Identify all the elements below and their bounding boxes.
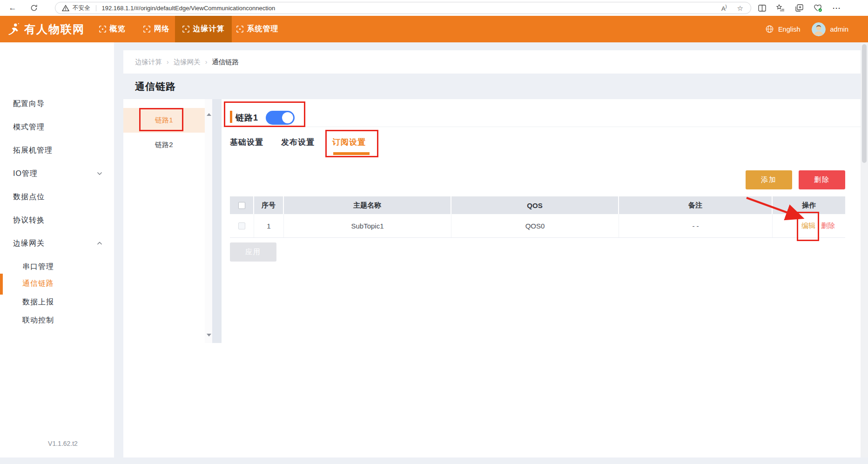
brand-logo[interactable]: 有人物联网: [7, 16, 85, 42]
table-row: 1 SubTopic1 QOS0 - - 编辑 删除: [230, 214, 845, 238]
header-topic-name: 主题名称: [284, 196, 451, 214]
sidebar-item-data-reporting[interactable]: 数据上报: [22, 297, 54, 307]
content-scrollbar[interactable]: [861, 42, 868, 457]
username-label[interactable]: admin: [830, 26, 849, 33]
sidebar-item-expander-management[interactable]: 拓展机管理: [13, 146, 53, 155]
globe-icon: [766, 25, 774, 33]
breadcrumb: 边缘计算 › 边缘网关 › 通信链路: [123, 50, 861, 74]
sidebar-item-edge-gateway[interactable]: 边缘网关: [13, 239, 45, 248]
header-qos: QOS: [451, 196, 619, 214]
url-text: 192.168.1.1/#/origin/defaultEdge/ViewCom…: [102, 5, 276, 12]
header-action: 操作: [773, 196, 845, 214]
scroll-up-icon[interactable]: [207, 113, 211, 116]
collections-icon[interactable]: [776, 3, 785, 13]
sidebar-item-config-wizard[interactable]: 配置向导: [13, 99, 45, 108]
link-enable-toggle[interactable]: [266, 111, 295, 125]
active-item-indicator: [0, 274, 3, 295]
link-list-item-1[interactable]: 链路1: [123, 108, 205, 133]
tab-subscribe-settings[interactable]: 订阅设置: [332, 137, 366, 148]
nav-item-edge-computing[interactable]: 边缘计算: [175, 16, 232, 42]
address-bar[interactable]: 不安全 192.168.1.1/#/origin/defaultEdge/Vie…: [55, 2, 751, 14]
list-scrollbar[interactable]: [205, 99, 212, 343]
row-remark: - -: [619, 214, 773, 237]
usr-person-icon: [7, 22, 20, 36]
delete-button[interactable]: 删除: [799, 170, 845, 189]
tab-basic-settings[interactable]: 基础设置: [230, 137, 263, 148]
add-button[interactable]: 添加: [746, 170, 792, 189]
sidebar-item-mode-management[interactable]: 模式管理: [13, 122, 45, 132]
header-divider: [222, 127, 861, 127]
favorite-star-icon[interactable]: ☆: [737, 4, 743, 13]
split-screen-icon[interactable]: [757, 3, 767, 13]
row-actions: 编辑 删除: [773, 214, 845, 237]
chevron-down-icon[interactable]: [97, 172, 102, 175]
header-remark: 备注: [619, 196, 773, 214]
browser-refresh-button[interactable]: [28, 2, 40, 14]
content-card: [123, 99, 861, 457]
new-tab-group-icon[interactable]: [794, 3, 804, 13]
read-aloud-icon[interactable]: A): [721, 5, 727, 12]
warning-icon: [62, 5, 69, 12]
refresh-icon: [30, 4, 38, 12]
user-avatar[interactable]: [812, 22, 826, 36]
nav-label-edge-computing: 边缘计算: [193, 24, 225, 34]
scan-dot-icon: [182, 26, 189, 33]
scan-dot-icon: [99, 26, 106, 33]
browser-menu-icon[interactable]: ···: [832, 3, 841, 13]
sidebar: 配置向导 模式管理 拓展机管理 IO管理 数据点位 协议转换 边缘网关 串口管理…: [0, 42, 114, 457]
brand-name: 有人物联网: [24, 22, 85, 37]
sidebar-item-serial-management[interactable]: 串口管理: [22, 262, 54, 271]
sidebar-item-linkage-control[interactable]: 联动控制: [22, 316, 54, 325]
nav-label-system: 系统管理: [247, 24, 279, 34]
page-title: 通信链路: [135, 80, 176, 93]
breadcrumb-current: 通信链路: [212, 58, 239, 67]
sidebar-item-protocol-conversion[interactable]: 协议转换: [13, 215, 45, 225]
header-index: 序号: [254, 196, 284, 214]
table-header-row: 序号 主题名称 QOS 备注 操作: [230, 196, 845, 214]
nav-item-network[interactable]: 网络: [133, 16, 180, 42]
language-switcher[interactable]: English: [778, 26, 801, 33]
breadcrumb-separator: ›: [167, 58, 169, 66]
row-checkbox[interactable]: [238, 222, 245, 229]
nav-item-system[interactable]: 系统管理: [228, 16, 287, 42]
nav-label-overview: 概览: [110, 24, 126, 34]
panel-divider: [212, 99, 222, 343]
row-index: 1: [254, 214, 284, 237]
link-section-title: 链路1: [236, 112, 258, 123]
app-navbar: 有人物联网 概览 网络 边缘计算 系统管理 English admin: [0, 16, 868, 42]
security-warning-label: 不安全: [73, 4, 90, 12]
firmware-version: V1.1.62.t2: [7, 440, 119, 447]
breadcrumb-edge-computing[interactable]: 边缘计算: [135, 58, 162, 67]
address-divider: [96, 5, 96, 11]
apply-button[interactable]: 应用: [230, 242, 276, 262]
chevron-up-icon[interactable]: [97, 242, 102, 245]
active-tab-underline: [333, 152, 370, 155]
select-all-checkbox[interactable]: [238, 202, 245, 209]
sidebar-item-io-management[interactable]: IO管理: [13, 169, 38, 178]
header-select-all-cell: [230, 196, 254, 214]
scroll-down-icon[interactable]: [207, 334, 211, 336]
section-accent-bar: [230, 111, 232, 123]
breadcrumb-edge-gateway[interactable]: 边缘网关: [174, 58, 201, 67]
nav-item-overview[interactable]: 概览: [89, 16, 135, 42]
row-topic-name: SubTopic1: [284, 214, 451, 237]
browser-essentials-icon[interactable]: [813, 3, 822, 13]
browser-chrome: ← 不安全 192.168.1.1/#/origin/defaultEdge/V…: [0, 0, 868, 16]
row-select-cell: [230, 214, 254, 237]
browser-back-button[interactable]: ←: [7, 2, 19, 14]
tab-publish-settings[interactable]: 发布设置: [281, 137, 315, 148]
row-qos: QOS0: [451, 214, 619, 237]
sidebar-item-data-points[interactable]: 数据点位: [13, 192, 45, 202]
breadcrumb-separator: ›: [205, 58, 208, 66]
scrollbar-thumb[interactable]: [862, 44, 867, 163]
subscribe-topics-table: 序号 主题名称 QOS 备注 操作 1 SubTopic1 QOS0 - - 编…: [230, 196, 845, 238]
edit-link[interactable]: 编辑: [801, 222, 815, 230]
scan-dot-icon: [143, 26, 150, 33]
nav-label-network: 网络: [154, 24, 170, 34]
sidebar-item-communication-link[interactable]: 通信链路: [22, 279, 54, 288]
toggle-knob: [282, 112, 293, 123]
link-list-item-2[interactable]: 链路2: [123, 133, 205, 157]
delete-link[interactable]: 删除: [821, 222, 835, 230]
back-icon: ←: [9, 3, 17, 13]
scan-dot-icon: [236, 26, 243, 33]
